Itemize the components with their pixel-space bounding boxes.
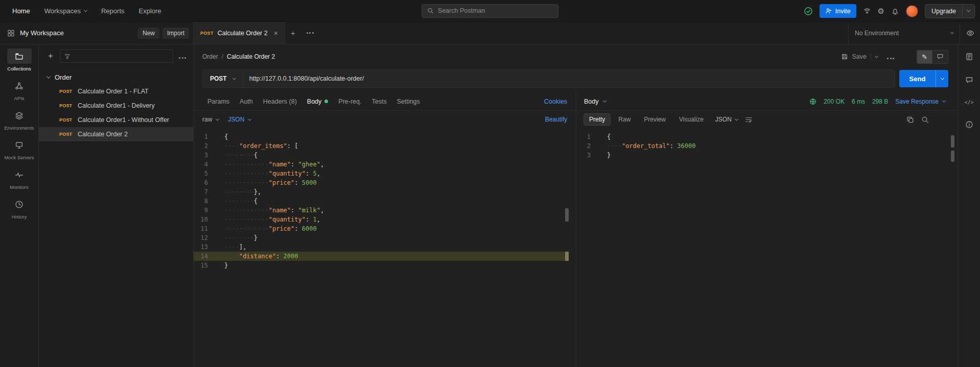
- environment-selector[interactable]: No Environment: [849, 30, 960, 37]
- breadcrumb-collection[interactable]: Order: [202, 53, 218, 60]
- network-globe-icon[interactable]: [809, 98, 816, 105]
- view-tab-raw[interactable]: Raw: [613, 113, 636, 126]
- body-language-select[interactable]: JSON: [228, 116, 251, 123]
- tab-pre-request[interactable]: Pre-req.: [333, 92, 366, 110]
- nav-workspaces[interactable]: Workspaces: [38, 4, 93, 18]
- code-line[interactable]: 13····],: [194, 242, 568, 252]
- request-body-editor[interactable]: 1{2····"order_items": [3········{4······…: [194, 128, 576, 367]
- code-line[interactable]: 14····"distance": 2000: [194, 252, 568, 261]
- upgrade-button[interactable]: Upgrade: [925, 4, 975, 18]
- tab-settings[interactable]: Settings: [392, 92, 425, 110]
- invite-button[interactable]: Invite: [820, 4, 856, 18]
- search-input[interactable]: [438, 7, 553, 14]
- sidebar-more-button[interactable]: [177, 50, 188, 63]
- request-item-4-selected[interactable]: POST Calculate Order 2: [39, 127, 193, 141]
- search-response-button[interactable]: [921, 116, 929, 124]
- request-item-3[interactable]: POST Calculate Order1 - Without Offer: [39, 113, 193, 127]
- send-options-button[interactable]: [936, 70, 948, 87]
- method-select[interactable]: POST: [203, 70, 243, 87]
- sidebar-item-environments[interactable]: Environments: [1, 108, 38, 131]
- sidebar-item-collections[interactable]: Collections: [1, 48, 38, 71]
- tab-params[interactable]: Params: [202, 92, 235, 110]
- code-line[interactable]: 7········},: [194, 187, 568, 197]
- agent-connected-icon[interactable]: [804, 7, 813, 16]
- code-line[interactable]: 3}: [576, 151, 950, 160]
- comments-button[interactable]: [965, 76, 973, 84]
- collection-order[interactable]: Order: [39, 70, 193, 84]
- nav-reports[interactable]: Reports: [95, 4, 131, 18]
- nav-home[interactable]: Home: [6, 4, 36, 18]
- comment-button[interactable]: [932, 50, 948, 64]
- gear-icon[interactable]: ⚙: [878, 7, 884, 15]
- response-body-viewer[interactable]: 1{2····"order_total": 360003}: [576, 128, 958, 367]
- response-size[interactable]: 298 B: [872, 98, 888, 105]
- global-search[interactable]: [422, 4, 558, 18]
- wrap-text-button[interactable]: [745, 116, 753, 124]
- tab-body[interactable]: Body: [302, 92, 334, 110]
- nav-explore[interactable]: Explore: [133, 4, 168, 18]
- editor-scrollbar[interactable]: [565, 208, 569, 222]
- edit-pencil-button[interactable]: ✎: [917, 50, 932, 64]
- new-button[interactable]: New: [138, 28, 159, 39]
- tab-options-button[interactable]: [301, 22, 319, 44]
- response-body-select[interactable]: Body: [584, 98, 606, 105]
- tab-calculate-order-2[interactable]: POST Calculate Order 2 ×: [194, 22, 285, 44]
- breadcrumb-request-name[interactable]: Calculate Order 2: [227, 53, 275, 60]
- cookies-link[interactable]: Cookies: [544, 98, 567, 105]
- copy-response-button[interactable]: [906, 116, 914, 124]
- view-tab-visualize[interactable]: Visualize: [673, 113, 709, 126]
- save-response-button[interactable]: Save Response: [895, 98, 945, 105]
- sidebar-search-box[interactable]: [60, 50, 173, 63]
- url-input[interactable]: [243, 70, 895, 87]
- send-button[interactable]: Send: [899, 70, 948, 87]
- avatar[interactable]: [906, 5, 918, 17]
- code-line[interactable]: 1{: [576, 132, 950, 141]
- tab-tests[interactable]: Tests: [366, 92, 391, 110]
- sidebar-item-apis[interactable]: APIs: [1, 78, 38, 101]
- status-badge[interactable]: 200 OK: [824, 98, 845, 105]
- import-button[interactable]: Import: [162, 28, 189, 39]
- request-more-actions-button[interactable]: [885, 50, 896, 63]
- response-time[interactable]: 6 ms: [852, 98, 865, 105]
- request-item-1[interactable]: POST Calculate Order 1 - FLAT: [39, 84, 193, 99]
- code-line[interactable]: 2····"order_items": [: [194, 141, 568, 151]
- tab-auth[interactable]: Auth: [235, 92, 258, 110]
- upgrade-caret-button[interactable]: [962, 5, 974, 18]
- sidebar-item-mock-servers[interactable]: Mock Servers: [1, 137, 38, 160]
- code-line[interactable]: 5············"quantity": 5,: [194, 169, 568, 178]
- tab-headers[interactable]: Headers (8): [258, 92, 302, 110]
- sidebar-item-history[interactable]: History: [1, 197, 38, 219]
- workspace-name[interactable]: My Workspace: [20, 29, 64, 37]
- code-snippet-button[interactable]: </>: [964, 100, 973, 105]
- response-scrollbar[interactable]: [951, 135, 954, 148]
- beautify-link[interactable]: Beautify: [545, 116, 567, 123]
- sidebar-item-monitors[interactable]: Monitors: [1, 167, 38, 190]
- bell-icon[interactable]: [891, 7, 899, 15]
- view-tab-preview[interactable]: Preview: [638, 113, 671, 126]
- view-tab-pretty[interactable]: Pretty: [584, 113, 611, 126]
- code-line[interactable]: 6············"price": 5000: [194, 178, 568, 187]
- code-line[interactable]: 8········{: [194, 197, 568, 206]
- code-line[interactable]: 2····"order_total": 36000: [576, 141, 950, 151]
- body-type-select[interactable]: raw: [202, 116, 219, 123]
- code-line[interactable]: 11············"price": 6000: [194, 224, 568, 233]
- sidebar-search-input[interactable]: [74, 53, 169, 60]
- save-button[interactable]: Save: [841, 53, 878, 60]
- request-item-2[interactable]: POST Calculate Order1 - Delivery: [39, 99, 193, 113]
- environment-quick-look-button[interactable]: [960, 22, 980, 44]
- code-line[interactable]: 4············"name": "ghee",: [194, 160, 568, 169]
- code-line[interactable]: 15}: [194, 261, 568, 270]
- code-line[interactable]: 12········}: [194, 233, 568, 242]
- close-icon[interactable]: ×: [274, 29, 278, 37]
- code-line[interactable]: 10············"quantity": 1,: [194, 215, 568, 224]
- new-tab-button[interactable]: +: [285, 22, 301, 44]
- documentation-button[interactable]: [965, 53, 973, 61]
- chevron-down-icon: [940, 76, 944, 80]
- code-line[interactable]: 3········{: [194, 151, 568, 160]
- satellite-icon[interactable]: [863, 7, 871, 15]
- info-button[interactable]: [965, 120, 973, 129]
- response-format-select[interactable]: JSON: [715, 116, 738, 123]
- code-line[interactable]: 9············"name": "milk",: [194, 206, 568, 215]
- add-collection-button[interactable]: +: [45, 51, 56, 62]
- code-line[interactable]: 1{: [194, 132, 568, 141]
